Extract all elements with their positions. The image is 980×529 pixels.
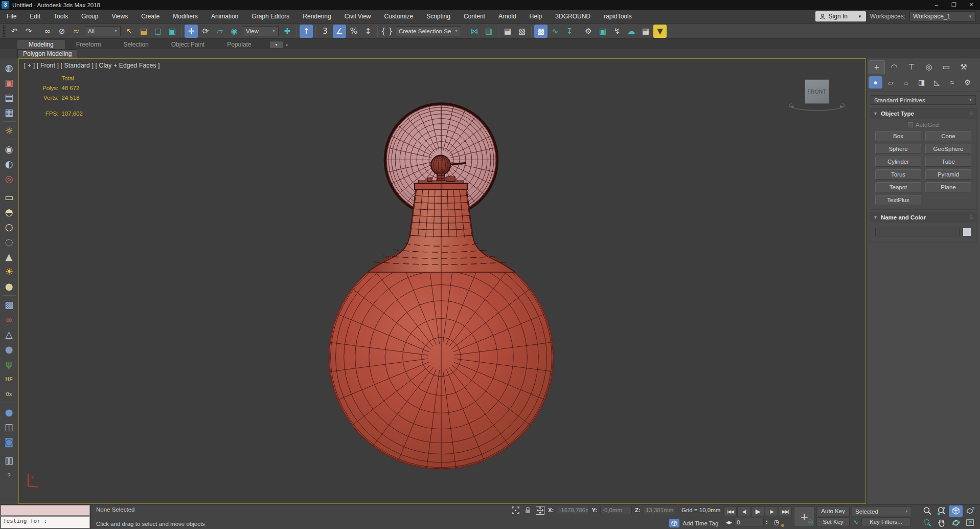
current-frame-field[interactable]: 0: [734, 518, 764, 527]
viewcube-rotate-right-icon[interactable]: ►: [839, 104, 844, 109]
space-warps-icon[interactable]: ≈: [945, 76, 959, 89]
minimize-button[interactable]: –: [928, 0, 945, 10]
menu-item[interactable]: File: [0, 10, 23, 23]
create-tab-icon[interactable]: +: [869, 60, 885, 74]
zoom-extents-all-icon[interactable]: [963, 505, 977, 517]
viewcube-front-face[interactable]: FRONT: [805, 79, 829, 104]
help-icon[interactable]: ?: [2, 468, 17, 482]
sign-in-button[interactable]: Sign In ▼: [815, 11, 866, 21]
viewport-label[interactable]: [ + ] [ Front ] [ Standard ] [ Clay + Ed…: [24, 62, 160, 69]
x-coordinate-field[interactable]: -1678,786mm: [557, 506, 588, 514]
key-filter-scope-dropdown[interactable]: Selected ▼: [852, 506, 912, 516]
rock-icon[interactable]: ●: [2, 342, 17, 357]
viewcube-rotate-left-icon[interactable]: ◄: [790, 104, 794, 109]
light-lister-icon[interactable]: ☼: [2, 123, 17, 138]
transform-gizmo-icon[interactable]: [536, 506, 545, 514]
primitive-button[interactable]: Torus: [875, 169, 921, 180]
listener-field[interactable]: Testing for ;: [1, 516, 90, 529]
mountain-icon[interactable]: ▲: [2, 249, 17, 264]
primitive-button[interactable]: Cone: [925, 131, 971, 141]
render-presets-icon[interactable]: ▤: [2, 90, 17, 105]
unlink-selection-icon[interactable]: ⊘: [55, 25, 69, 38]
polygon-modeling-panel[interactable]: Polygon Modeling: [17, 49, 77, 58]
perfume-bottle-model[interactable]: [19, 59, 865, 503]
primitive-category-dropdown[interactable]: Standard Primitives ▼: [871, 95, 976, 105]
fur-sample-icon[interactable]: 0x: [2, 386, 17, 401]
render-production-icon[interactable]: ↯: [610, 25, 624, 38]
menu-item[interactable]: rapidTools: [597, 10, 639, 23]
selection-paint-icon[interactable]: ◙: [2, 434, 17, 449]
shapes-icon[interactable]: ▱: [884, 76, 898, 89]
stereo-camera-icon[interactable]: ◎: [2, 171, 17, 186]
ribbon-toggle-icon[interactable]: ▩: [534, 25, 548, 38]
reference-coordinate-dropdown[interactable]: View▼: [243, 26, 279, 36]
sphere-light-icon[interactable]: ○: [2, 219, 17, 234]
object-name-input[interactable]: [875, 228, 960, 236]
primitive-button[interactable]: TextPlus: [875, 195, 921, 205]
auto-key-button[interactable]: Auto Key: [816, 506, 850, 516]
add-time-tag-label[interactable]: Add Time Tag: [682, 520, 718, 526]
undo-icon[interactable]: ↶: [8, 25, 21, 38]
rectangular-selection-icon[interactable]: ▢: [151, 25, 165, 38]
drag-handle-icon[interactable]: ⠿: [969, 215, 973, 221]
geometry-icon[interactable]: ●: [869, 76, 882, 89]
ribbon-tab[interactable]: Modeling: [17, 40, 65, 49]
viewport-front[interactable]: [ + ] [ Front ] [ Standard ] [ Clay + Ed…: [18, 58, 866, 504]
systems-icon[interactable]: ⚙: [961, 76, 974, 89]
select-and-place-icon[interactable]: ◉: [227, 25, 241, 38]
next-frame-button[interactable]: |▶: [765, 506, 778, 516]
primitive-button[interactable]: Pyramid: [925, 169, 971, 180]
menu-item[interactable]: Help: [523, 10, 549, 23]
play-button[interactable]: ▶: [751, 506, 764, 516]
pan-icon[interactable]: [935, 517, 948, 528]
toolbar-grip[interactable]: [3, 25, 6, 37]
select-and-move-icon[interactable]: ✛: [185, 25, 198, 38]
menu-item[interactable]: Tools: [47, 10, 75, 23]
menu-item[interactable]: Civil View: [338, 10, 378, 23]
y-coordinate-field[interactable]: -0,0mm: [600, 506, 632, 514]
motion-tab-icon[interactable]: ◎: [921, 60, 937, 74]
menu-item[interactable]: Animation: [204, 10, 245, 23]
menu-item[interactable]: Views: [105, 10, 134, 23]
primitive-button[interactable]: GeoSphere: [925, 144, 971, 154]
selection-filter-dropdown[interactable]: All▼: [85, 26, 121, 36]
primitive-button[interactable]: Sphere: [875, 144, 921, 154]
zoom-extents-icon[interactable]: [949, 505, 963, 517]
key-mode-toggle-icon[interactable]: ◀▶: [723, 517, 734, 527]
bind-to-space-warp-icon[interactable]: ≈: [70, 25, 83, 38]
layer-explorer-icon[interactable]: ▧: [515, 25, 529, 38]
area-light-icon[interactable]: ▭: [2, 190, 17, 205]
menu-item[interactable]: Graph Editors: [245, 10, 296, 23]
sun-icon[interactable]: ☀: [2, 264, 17, 279]
target-camera-icon[interactable]: ◉: [2, 142, 17, 157]
lights-icon[interactable]: ☼: [899, 76, 913, 89]
macro-recorder-field[interactable]: [1, 505, 90, 516]
wire-teapot-icon[interactable]: ◌: [2, 234, 17, 249]
primitive-button[interactable]: Teapot: [875, 182, 921, 192]
menu-item[interactable]: Edit: [23, 10, 47, 23]
ribbon-tab[interactable]: Selection: [112, 40, 159, 49]
spacing-tool-icon[interactable]: △: [2, 327, 17, 342]
menu-item[interactable]: Customize: [378, 10, 420, 23]
ribbon-tab[interactable]: Object Paint: [160, 40, 216, 49]
render-teapot-icon[interactable]: ◍: [2, 60, 17, 75]
hair-fur-icon[interactable]: HF: [2, 371, 17, 386]
curve-editor-icon[interactable]: ∿: [549, 25, 562, 38]
menu-item[interactable]: Scripting: [420, 10, 457, 23]
maximize-button[interactable]: ❐: [945, 0, 963, 10]
render-shortcut-icon[interactable]: ▼: [653, 25, 667, 38]
zoom-all-icon[interactable]: [935, 505, 948, 517]
cameras-icon[interactable]: ◨: [915, 76, 928, 89]
set-keys-button[interactable]: +⚿: [794, 506, 814, 527]
select-and-link-icon[interactable]: ∞: [41, 25, 54, 38]
ribbon-tab[interactable]: Freeform: [65, 40, 112, 49]
menu-item[interactable]: Arnold: [492, 10, 523, 23]
close-button[interactable]: ✕: [963, 0, 980, 10]
snapshot-icon[interactable]: ◫: [2, 420, 17, 434]
time-tag-cube-icon[interactable]: [669, 519, 679, 527]
modify-tab-icon[interactable]: ◠: [886, 60, 902, 74]
hierarchy-tab-icon[interactable]: ⊤: [903, 60, 920, 74]
video-post-icon[interactable]: ▦: [2, 105, 17, 120]
time-configuration-icon[interactable]: ◷⚙: [769, 517, 783, 527]
sphere-blue-icon[interactable]: ●: [2, 405, 17, 420]
